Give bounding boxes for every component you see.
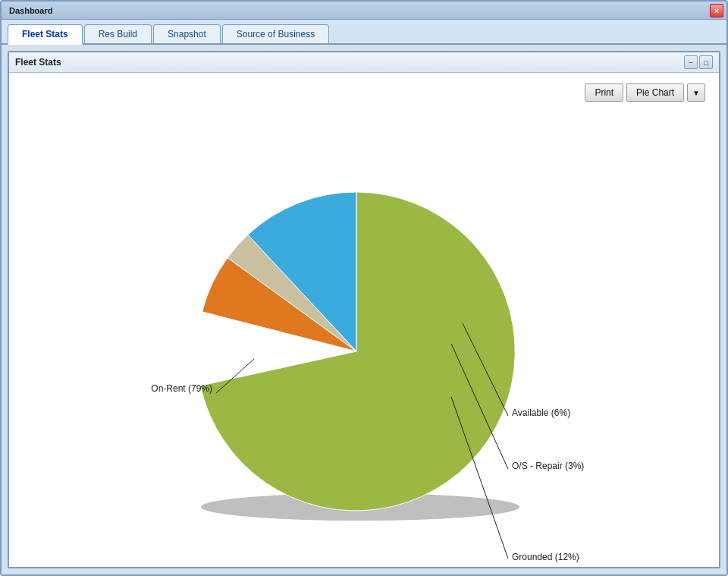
panel-title: Fleet Stats (15, 57, 61, 68)
chart-type-button[interactable]: Pie Chart (626, 83, 684, 102)
tab-res-build[interactable]: Res Build (84, 24, 152, 43)
title-bar: Dashboard × (2, 2, 726, 20)
tabs-bar: Fleet Stats Res Build Snapshot Source of… (2, 20, 726, 45)
panel-body: Print Pie Chart ▼ (9, 73, 719, 567)
label-on-rent: On-Rent (79%) (151, 383, 212, 394)
print-button[interactable]: Print (585, 83, 623, 102)
tab-fleet-stats[interactable]: Fleet Stats (8, 24, 83, 45)
tab-snapshot[interactable]: Snapshot (153, 24, 221, 43)
label-available: Available (6%) (512, 408, 570, 418)
content-area: Fleet Stats − □ Print Pie Chart ▼ (2, 45, 726, 574)
main-window: Dashboard × Fleet Stats Res Build Snapsh… (0, 0, 728, 576)
pie-slices (200, 192, 515, 511)
fleet-stats-panel: Fleet Stats − □ Print Pie Chart ▼ (8, 51, 720, 568)
label-os-repair: O/S - Repair (3%) (512, 461, 584, 471)
panel-header: Fleet Stats − □ (9, 52, 719, 73)
panel-controls: − □ (684, 55, 713, 69)
label-grounded: Grounded (12%) (512, 552, 579, 562)
pie-chart: On-Rent (79%) Available (6%) O/S - Repai… (136, 135, 592, 530)
close-button[interactable]: × (710, 4, 723, 17)
minimize-button[interactable]: − (684, 55, 698, 69)
chart-type-dropdown[interactable]: ▼ (687, 83, 705, 102)
toolbar: Print Pie Chart ▼ (17, 80, 711, 105)
window-title: Dashboard (5, 6, 57, 15)
chart-area: On-Rent (79%) Available (6%) O/S - Repai… (17, 105, 711, 559)
restore-button[interactable]: □ (699, 55, 713, 69)
tab-source-of-business[interactable]: Source of Business (222, 24, 329, 43)
